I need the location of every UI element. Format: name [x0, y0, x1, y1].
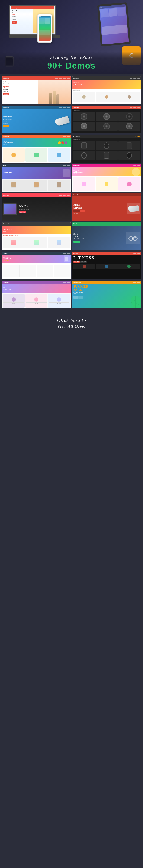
demo-row-5: TechShop iMac Pro Best Tech Deals Shop N…	[2, 193, 141, 221]
demo-row-2: LandShop more thana sneaker. about thepr…	[2, 105, 141, 133]
demo-man-shoes[interactable]: ShoesShop MANSHOES LEATHER SPORT 30% OFF	[72, 193, 141, 221]
demo-row-3: KidsShop Toys for kids all ages Save 10%	[2, 135, 141, 162]
demo-cosmetics[interactable]: BeautyShop Find 5% on All Products You'l…	[72, 164, 141, 192]
demo-row-6: KidsFashion kids fashion BIG SALE50% BIG…	[2, 222, 141, 250]
demo-row-4: Damo Damo 2017 New Collection	[2, 164, 141, 192]
demo-watches[interactable]: WatchStore 10% off our products	[72, 135, 141, 162]
hero-tagline: Stunning HomePage	[3, 55, 140, 60]
demo-imac-pro[interactable]: TechShop iMac Pro Best Tech Deals Shop N…	[2, 193, 71, 221]
hero-section: LandShop Limited Time Offer Spring	[0, 0, 143, 74]
demo-row-7: Fashion New Season FASHION 50% OFF BRAND…	[2, 251, 141, 279]
imac-title: iMac Pro	[19, 205, 70, 208]
demo-spring-sale[interactable]: LandShop GET WHAT YOU NEED #Spring Final…	[72, 76, 141, 104]
cta-line2: View All Demo	[2, 324, 141, 329]
demo-row-8: Collection New Collection BRAND	[2, 281, 141, 308]
hero-text-overlay: Stunning HomePage 90+ Demos	[0, 52, 143, 74]
demo-collection[interactable]: Collection New Collection BRAND	[2, 281, 71, 308]
demo-fashion-kids[interactable]: KidsFashion kids fashion BIG SALE50% BIG…	[2, 222, 71, 250]
hero-demos-count: 90+ Demos	[3, 61, 140, 71]
demo-sneaker[interactable]: LandShop more thana sneaker. about thepr…	[2, 105, 71, 133]
demos-section: LandShop End of Season Sale Spring Seaso…	[0, 74, 143, 312]
cta-section[interactable]: Click here to View All Demo	[0, 312, 143, 335]
demo-summer-sale[interactable]: SummerStore SummerSALE 30% OFF	[72, 281, 141, 308]
demo-bike[interactable]: BikeShop Buy itTry itYou'll love it! Sho…	[72, 222, 141, 250]
demo-kids-toys[interactable]: KidsShop Toys for kids all ages Save 10%	[2, 135, 71, 162]
demo-damo[interactable]: Damo Damo 2017 New Collection	[2, 164, 71, 192]
demo-row-1: LandShop End of Season Sale Spring Seaso…	[2, 76, 141, 104]
tablet-mockup: Shop	[99, 3, 136, 50]
cta-line1: Click here to	[2, 317, 141, 324]
imac-subtitle: Best Tech Deals	[19, 208, 70, 210]
phone-mockup: Shop	[37, 14, 53, 44]
demo-fitness[interactable]: FitShop F·TNESS 70% OFF Gym Wear	[72, 251, 141, 279]
demo-spring-fashion[interactable]: LandShop End of Season Sale Spring Seaso…	[2, 76, 71, 104]
demo-wheels[interactable]: AutoShop our products	[72, 105, 141, 133]
demo-women-fashion[interactable]: Fashion New Season FASHION 50% OFF BRAND…	[2, 251, 71, 279]
